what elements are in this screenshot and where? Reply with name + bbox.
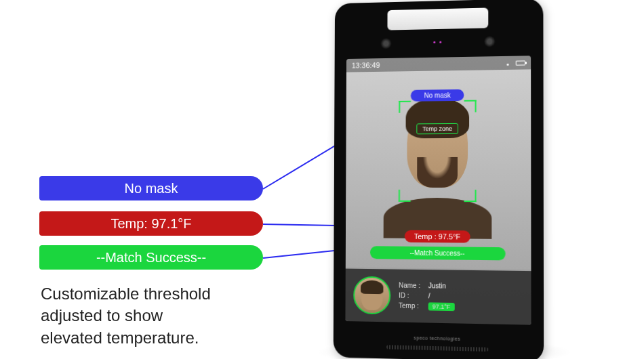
info-row-id: ID : / [399, 292, 454, 300]
info-value: Justin [428, 282, 446, 289]
caption-line: elevated temperature. [41, 329, 199, 347]
face-detection-bracket [399, 100, 477, 203]
led-indicators [433, 41, 441, 43]
annotation-label-match: --Match Success-- [39, 245, 263, 270]
badge-nomask: No mask [411, 89, 464, 102]
caption-text: Customizable threshold adjusted to show … [41, 283, 211, 349]
badge-match: --Match Success-- [370, 246, 506, 260]
camera-lens-icon [381, 38, 392, 49]
info-label: Temp : [399, 302, 424, 311]
annotation-label-temp: Temp: 97.1°F [39, 211, 263, 236]
info-row-name: Name : Justin [399, 282, 454, 290]
avatar [353, 276, 390, 315]
info-label: Name : [399, 282, 424, 290]
info-value: / [428, 292, 430, 299]
thermal-sensor-module [387, 7, 488, 30]
badge-temp: Temp : 97.5°F [405, 230, 470, 243]
caption-line: adjusted to show [41, 306, 163, 324]
annotation-label-nomask: No mask [39, 176, 263, 200]
wifi-icon [505, 60, 512, 66]
match-info-panel: Name : Justin ID : / Temp : 97.1°F [345, 269, 531, 325]
thermal-scanner-device: 13:36:49 No mask Temp zone Temp : 97.5°F… [334, 0, 544, 359]
badge-tempzone: Temp zone [416, 123, 458, 134]
clock-text: 13:36:49 [352, 61, 380, 69]
brand-text: speco technologies [414, 335, 460, 341]
battery-icon [516, 60, 525, 65]
device-screen[interactable]: 13:36:49 No mask Temp zone Temp : 97.5°F… [345, 56, 531, 324]
camera-lens-icon [484, 36, 495, 47]
info-label: ID : [399, 292, 424, 300]
info-row-temp: Temp : 97.1°F [399, 302, 454, 312]
caption-line: Customizable threshold [41, 284, 211, 303]
camera-feed: No mask Temp zone Temp : 97.5°F --Match … [346, 69, 531, 270]
speaker-grill [386, 345, 488, 352]
temp-chip: 97.1°F [428, 302, 455, 311]
